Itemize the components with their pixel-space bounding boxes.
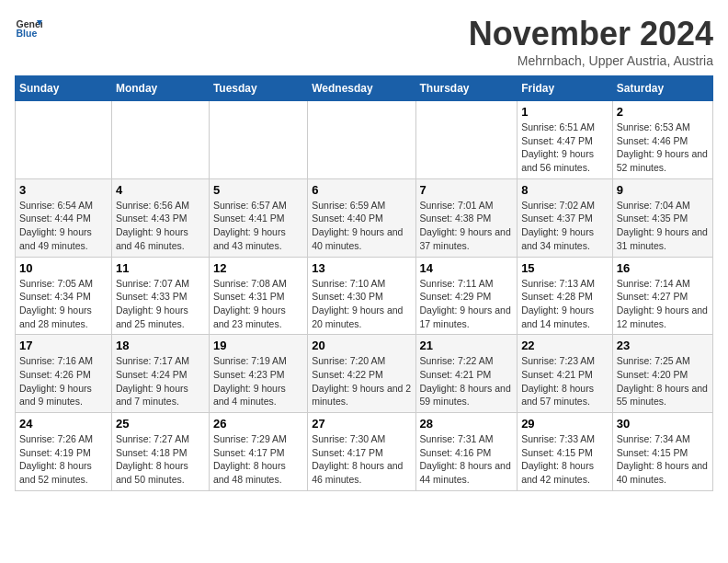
- day-number: 16: [617, 261, 709, 275]
- day-info: Sunrise: 7:16 AMSunset: 4:26 PMDaylight:…: [19, 354, 108, 408]
- calendar-cell: 29Sunrise: 7:33 AMSunset: 4:15 PMDayligh…: [518, 413, 613, 491]
- day-number: 20: [312, 339, 411, 352]
- calendar-cell: [308, 101, 415, 179]
- day-number: 11: [116, 261, 205, 275]
- day-info: Sunrise: 7:01 AMSunset: 4:38 PMDaylight:…: [420, 199, 514, 253]
- day-info: Sunrise: 7:22 AMSunset: 4:21 PMDaylight:…: [420, 354, 514, 408]
- weekday-monday: Monday: [111, 76, 209, 101]
- day-info: Sunrise: 7:07 AMSunset: 4:33 PMDaylight:…: [116, 277, 205, 331]
- calendar-cell: 16Sunrise: 7:14 AMSunset: 4:27 PMDayligh…: [612, 257, 712, 335]
- day-info: Sunrise: 7:27 AMSunset: 4:18 PMDaylight:…: [116, 432, 205, 487]
- calendar-cell: [415, 101, 518, 179]
- day-number: 21: [420, 339, 514, 352]
- calendar-body: 1Sunrise: 6:51 AMSunset: 4:47 PMDaylight…: [16, 101, 713, 491]
- weekday-tuesday: Tuesday: [209, 76, 307, 101]
- calendar-cell: 30Sunrise: 7:34 AMSunset: 4:15 PMDayligh…: [612, 413, 712, 491]
- weekday-saturday: Saturday: [612, 76, 712, 101]
- day-info: Sunrise: 7:30 AMSunset: 4:17 PMDaylight:…: [312, 432, 411, 487]
- calendar-cell: 22Sunrise: 7:23 AMSunset: 4:21 PMDayligh…: [518, 335, 613, 413]
- day-number: 12: [213, 261, 303, 275]
- day-info: Sunrise: 7:10 AMSunset: 4:30 PMDaylight:…: [312, 277, 411, 331]
- day-info: Sunrise: 7:25 AMSunset: 4:20 PMDaylight:…: [617, 354, 709, 408]
- day-number: 5: [213, 183, 303, 197]
- weekday-friday: Friday: [518, 76, 613, 101]
- calendar-cell: [209, 101, 307, 179]
- weekday-wednesday: Wednesday: [308, 76, 415, 101]
- calendar-cell: 5Sunrise: 6:57 AMSunset: 4:41 PMDaylight…: [209, 178, 307, 257]
- day-number: 23: [617, 339, 709, 352]
- day-info: Sunrise: 7:29 AMSunset: 4:17 PMDaylight:…: [213, 432, 303, 487]
- calendar-week-3: 10Sunrise: 7:05 AMSunset: 4:34 PMDayligh…: [16, 257, 713, 335]
- day-info: Sunrise: 6:57 AMSunset: 4:41 PMDaylight:…: [213, 199, 303, 253]
- calendar-cell: 2Sunrise: 6:53 AMSunset: 4:46 PMDaylight…: [612, 101, 712, 179]
- day-info: Sunrise: 7:31 AMSunset: 4:16 PMDaylight:…: [420, 432, 514, 487]
- month-title: November 2024: [469, 15, 713, 53]
- day-number: 22: [521, 339, 609, 352]
- calendar-cell: 24Sunrise: 7:26 AMSunset: 4:19 PMDayligh…: [16, 413, 112, 491]
- day-number: 13: [312, 261, 411, 275]
- day-info: Sunrise: 7:26 AMSunset: 4:19 PMDaylight:…: [19, 432, 108, 487]
- calendar-cell: 9Sunrise: 7:04 AMSunset: 4:35 PMDaylight…: [612, 178, 712, 257]
- calendar-cell: 13Sunrise: 7:10 AMSunset: 4:30 PMDayligh…: [308, 257, 415, 335]
- weekday-header-row: SundayMondayTuesdayWednesdayThursdayFrid…: [16, 76, 713, 101]
- day-number: 19: [213, 339, 303, 352]
- day-info: Sunrise: 7:08 AMSunset: 4:31 PMDaylight:…: [213, 277, 303, 331]
- day-number: 17: [19, 339, 108, 352]
- calendar-cell: 28Sunrise: 7:31 AMSunset: 4:16 PMDayligh…: [415, 413, 518, 491]
- day-info: Sunrise: 7:11 AMSunset: 4:29 PMDaylight:…: [420, 277, 514, 331]
- day-number: 15: [521, 261, 609, 275]
- calendar-cell: 7Sunrise: 7:01 AMSunset: 4:38 PMDaylight…: [415, 178, 518, 257]
- calendar-cell: [16, 101, 112, 179]
- calendar-cell: 19Sunrise: 7:19 AMSunset: 4:23 PMDayligh…: [209, 335, 307, 413]
- calendar-cell: 20Sunrise: 7:20 AMSunset: 4:22 PMDayligh…: [308, 335, 415, 413]
- day-number: 1: [521, 105, 609, 119]
- calendar-week-4: 17Sunrise: 7:16 AMSunset: 4:26 PMDayligh…: [16, 335, 713, 413]
- calendar-cell: 23Sunrise: 7:25 AMSunset: 4:20 PMDayligh…: [612, 335, 712, 413]
- calendar-week-5: 24Sunrise: 7:26 AMSunset: 4:19 PMDayligh…: [16, 413, 713, 491]
- day-info: Sunrise: 7:05 AMSunset: 4:34 PMDaylight:…: [19, 277, 108, 331]
- calendar-cell: 14Sunrise: 7:11 AMSunset: 4:29 PMDayligh…: [415, 257, 518, 335]
- weekday-sunday: Sunday: [16, 76, 112, 101]
- day-number: 26: [213, 417, 303, 431]
- calendar-cell: 10Sunrise: 7:05 AMSunset: 4:34 PMDayligh…: [16, 257, 112, 335]
- day-number: 6: [312, 183, 411, 197]
- calendar-week-2: 3Sunrise: 6:54 AMSunset: 4:44 PMDaylight…: [16, 178, 713, 257]
- calendar-cell: 21Sunrise: 7:22 AMSunset: 4:21 PMDayligh…: [415, 335, 518, 413]
- day-info: Sunrise: 7:19 AMSunset: 4:23 PMDaylight:…: [213, 354, 303, 408]
- day-info: Sunrise: 7:02 AMSunset: 4:37 PMDaylight:…: [521, 199, 609, 253]
- calendar-cell: 6Sunrise: 6:59 AMSunset: 4:40 PMDaylight…: [308, 178, 415, 257]
- calendar-cell: 12Sunrise: 7:08 AMSunset: 4:31 PMDayligh…: [209, 257, 307, 335]
- day-info: Sunrise: 7:23 AMSunset: 4:21 PMDaylight:…: [521, 354, 609, 408]
- calendar-cell: 1Sunrise: 6:51 AMSunset: 4:47 PMDaylight…: [518, 101, 613, 179]
- title-area: November 2024 Mehrnbach, Upper Austria, …: [469, 15, 713, 68]
- svg-text:Blue: Blue: [17, 28, 38, 39]
- day-info: Sunrise: 6:51 AMSunset: 4:47 PMDaylight:…: [521, 121, 609, 175]
- calendar-table: SundayMondayTuesdayWednesdayThursdayFrid…: [15, 75, 713, 491]
- day-number: 7: [420, 183, 514, 197]
- calendar-cell: 15Sunrise: 7:13 AMSunset: 4:28 PMDayligh…: [518, 257, 613, 335]
- calendar-cell: 26Sunrise: 7:29 AMSunset: 4:17 PMDayligh…: [209, 413, 307, 491]
- calendar-cell: 8Sunrise: 7:02 AMSunset: 4:37 PMDaylight…: [518, 178, 613, 257]
- day-info: Sunrise: 6:59 AMSunset: 4:40 PMDaylight:…: [312, 199, 411, 253]
- day-number: 14: [420, 261, 514, 275]
- day-number: 30: [617, 417, 709, 431]
- day-info: Sunrise: 7:20 AMSunset: 4:22 PMDaylight:…: [312, 354, 411, 408]
- calendar-cell: 3Sunrise: 6:54 AMSunset: 4:44 PMDaylight…: [16, 178, 112, 257]
- calendar-cell: 18Sunrise: 7:17 AMSunset: 4:24 PMDayligh…: [111, 335, 209, 413]
- day-info: Sunrise: 6:56 AMSunset: 4:43 PMDaylight:…: [116, 199, 205, 253]
- day-info: Sunrise: 7:17 AMSunset: 4:24 PMDaylight:…: [116, 354, 205, 408]
- day-info: Sunrise: 6:54 AMSunset: 4:44 PMDaylight:…: [19, 199, 108, 253]
- day-number: 2: [617, 105, 709, 119]
- calendar-cell: 25Sunrise: 7:27 AMSunset: 4:18 PMDayligh…: [111, 413, 209, 491]
- day-number: 29: [521, 417, 609, 431]
- logo: General Blue: [15, 15, 42, 42]
- day-info: Sunrise: 7:04 AMSunset: 4:35 PMDaylight:…: [617, 199, 709, 253]
- day-number: 8: [521, 183, 609, 197]
- day-number: 10: [19, 261, 108, 275]
- day-number: 25: [116, 417, 205, 431]
- calendar-week-1: 1Sunrise: 6:51 AMSunset: 4:47 PMDaylight…: [16, 101, 713, 179]
- day-number: 4: [116, 183, 205, 197]
- calendar-cell: 27Sunrise: 7:30 AMSunset: 4:17 PMDayligh…: [308, 413, 415, 491]
- calendar-cell: 11Sunrise: 7:07 AMSunset: 4:33 PMDayligh…: [111, 257, 209, 335]
- calendar-cell: [111, 101, 209, 179]
